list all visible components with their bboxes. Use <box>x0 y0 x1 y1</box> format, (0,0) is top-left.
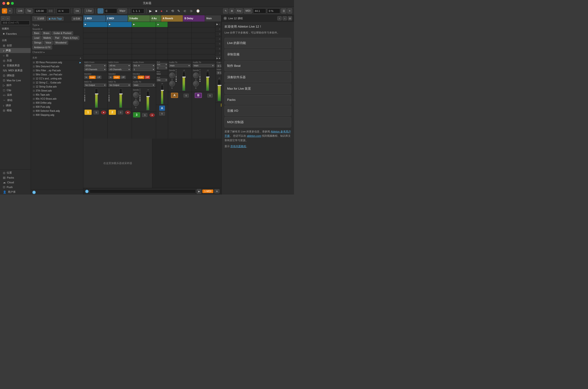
sidebar-item-plugins[interactable]: ▷ 插件 <box>0 83 31 88</box>
clip-slot[interactable] <box>168 27 191 33</box>
sidebar-item-cloud[interactable]: ☁ Cloud <box>0 180 31 185</box>
grid-btn[interactable]: ⊞ <box>229 8 234 14</box>
punch-out-btn[interactable]: ⊃ <box>189 9 193 13</box>
ch2-monitor-off[interactable]: Off <box>120 76 126 79</box>
clip-slot[interactable] <box>168 49 191 54</box>
clip-slot[interactable] <box>192 33 215 38</box>
ch4-fader-thumb[interactable] <box>161 90 164 91</box>
ch1-midi-from-src[interactable]: All Ins ▾ <box>84 64 107 67</box>
mixer-btn[interactable]: ||| <box>281 8 286 14</box>
main-out-dropdown[interactable]: ⊟ 1/2 ▾ <box>217 71 221 74</box>
ch3-fader-meter[interactable] <box>147 91 149 110</box>
ch3-monitor-off[interactable]: Off <box>145 76 150 79</box>
sidebar-item-push[interactable]: ⊡ Push <box>0 185 31 190</box>
key-display[interactable]: C <box>104 8 117 14</box>
tag-voice[interactable]: Voice <box>44 41 53 45</box>
list-item[interactable]: ⊡ 5ths Glass ...ion Pad.adv <box>31 72 83 77</box>
tag-mallets[interactable]: Mallets <box>42 36 53 40</box>
midi-label-btn[interactable]: MIDI <box>244 8 252 14</box>
auto-tags-button[interactable]: ◉ Auto Tags <box>47 17 64 21</box>
right-panel-close[interactable]: ✕ <box>223 17 227 20</box>
status-play-btn[interactable]: ▶ <box>197 189 201 194</box>
chb-fader-thumb[interactable] <box>206 77 210 77</box>
ch3-number[interactable]: 3 <box>133 112 140 117</box>
ch4-ch[interactable]: 2 ▾ <box>157 66 167 69</box>
nav-forward-btn[interactable]: › <box>6 16 10 20</box>
clip-slot[interactable] <box>132 43 156 49</box>
list-item[interactable]: ⊟ 808 Selector Rack.adg <box>31 109 83 113</box>
ch2-midi-from-src[interactable]: All Ins ▾ <box>109 64 131 67</box>
minimize-button[interactable] <box>7 2 9 5</box>
clip-slot[interactable] <box>156 38 168 44</box>
cha-fader-thumb[interactable] <box>182 77 186 77</box>
ch2-monitor-in[interactable]: In <box>109 76 113 79</box>
sidebar-item-samples[interactable]: ▭ 采样 <box>0 93 31 97</box>
scale-btn[interactable]: Major <box>118 8 127 14</box>
tag-guitar[interactable]: Guitar & Plucked <box>52 31 73 35</box>
clip-slot[interactable] <box>156 27 168 33</box>
key-label-btn[interactable]: Key <box>235 8 243 14</box>
rp-menu-new-features[interactable]: Live 的新功能 <box>224 38 291 48</box>
ch1-fader-thumb[interactable] <box>95 94 98 94</box>
time-sig-display[interactable]: 4 / 4 <box>57 8 70 14</box>
cha-audio-to-val[interactable]: Main ▾ <box>169 64 191 67</box>
clip-slot[interactable] <box>83 27 107 33</box>
clip-slot[interactable] <box>192 54 215 60</box>
ch4-meter[interactable] <box>161 85 163 104</box>
sidebar-item-drums[interactable]: ○ 鼓 <box>0 53 31 58</box>
draw-button[interactable]: ✎ <box>176 9 181 13</box>
clip-slot[interactable] <box>168 33 191 38</box>
track-header-3[interactable]: 3 Audio <box>128 15 150 22</box>
list-item[interactable]: ⊟ 808 Pure.adg <box>31 105 83 109</box>
clip-slot[interactable] <box>108 49 132 54</box>
tag-piano[interactable]: Piano & Keys <box>62 36 79 40</box>
status-info-btn[interactable]: i <box>85 190 89 193</box>
list-item[interactable]: ⊡ 5ths Detuned Pad.adv <box>31 65 83 68</box>
clip-slot[interactable] <box>83 49 107 54</box>
cha-fader-meter[interactable] <box>182 72 185 91</box>
stop-button[interactable]: ■ <box>154 9 158 13</box>
ch1-monitor-off[interactable]: Off <box>96 76 101 79</box>
track-header-main[interactable]: Main <box>205 15 221 22</box>
ch2-fader-meter[interactable] <box>119 89 122 108</box>
clip-slot[interactable] <box>108 33 132 38</box>
ch2-midi-to-val[interactable]: No Output ▾ <box>109 83 131 87</box>
ch2-record[interactable]: ● <box>125 111 130 114</box>
clip-slot[interactable]: ▶ <box>108 22 132 27</box>
rp-menu-make-beat[interactable]: 制作 Beat <box>224 61 291 71</box>
list-item[interactable]: ⊡ 80s VCO Brass.adv <box>31 97 83 101</box>
clip-slot[interactable] <box>192 22 215 27</box>
main-fader-meter[interactable] <box>218 80 221 101</box>
rp-menu-max-for-live[interactable]: Max for Live 装置 <box>224 83 291 94</box>
clip-slot[interactable] <box>108 27 132 33</box>
sidebar-item-instruments[interactable]: ◎ 乐器 <box>0 58 31 63</box>
pencil-btn[interactable]: ✎ <box>223 8 228 14</box>
cha-solo[interactable]: S <box>184 94 189 97</box>
ch3-monitor-in[interactable]: In <box>133 76 137 79</box>
clip-slot[interactable] <box>168 54 191 60</box>
ch1-number[interactable]: 1 <box>84 110 92 115</box>
tag-bass[interactable]: Bass <box>32 31 41 35</box>
rp-external-btn[interactable]: ⊟ <box>288 16 292 20</box>
sidebar-item-user-library[interactable]: 👤 用户库 <box>0 190 31 194</box>
ch3-fader-thumb[interactable] <box>147 96 150 97</box>
sidebar-item-favorites[interactable]: ■ Favorites <box>0 32 31 36</box>
clip-slot[interactable] <box>168 38 191 44</box>
cha-number[interactable]: A <box>171 93 178 98</box>
clip-slot[interactable] <box>192 27 215 33</box>
sidebar-item-groove[interactable]: ～ 律动 <box>0 97 31 103</box>
ch2-midi-from-ch[interactable]: All Channels ▾ <box>109 68 131 71</box>
search-input[interactable] <box>1 20 30 25</box>
status-midi-track[interactable]: 1-MIDI <box>202 190 213 193</box>
sidebar-item-sounds[interactable]: ♪ 声音 <box>0 48 31 53</box>
close-button[interactable] <box>2 2 5 5</box>
tag-ambience[interactable]: Ambience & FX <box>32 45 52 49</box>
arrangement-view-btn[interactable]: ≡ <box>8 8 12 14</box>
ch3-solo[interactable]: S <box>142 113 147 117</box>
chb-number[interactable]: B <box>195 93 202 98</box>
clip-slot[interactable]: ▶ <box>132 22 156 27</box>
list-item[interactable]: ⊟ 808 Drifter.adg <box>31 101 83 105</box>
rp-menu-record-audio[interactable]: 录制音频 <box>224 49 291 60</box>
tag-pad[interactable]: Pad <box>53 36 61 40</box>
play-button[interactable]: ▶ <box>148 9 153 13</box>
